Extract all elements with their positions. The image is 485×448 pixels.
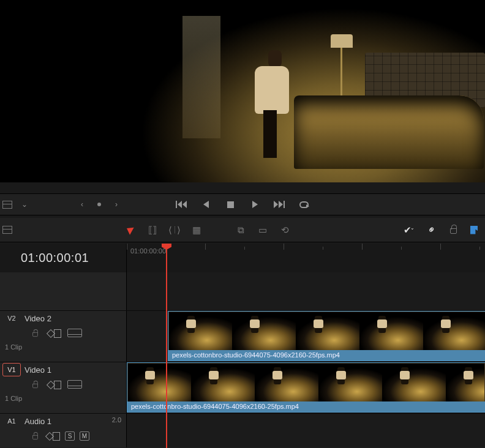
flag-marker-button[interactable] — [468, 224, 480, 236]
snapping-button[interactable]: ✔︎⌄ — [403, 225, 416, 236]
track-lane-v2[interactable]: pexels-cottonbro-studio-6944075-4096x216… — [127, 311, 485, 362]
track-dest-v2[interactable]: V2 — [2, 312, 21, 325]
transport-bar: ⌄ ‹ › — [0, 193, 485, 215]
track-a1: A1 Audio 1 2.0 S M — [0, 413, 485, 447]
solo-button-a1[interactable]: S — [65, 431, 75, 441]
insert-clip-button[interactable]: ⧉ — [234, 225, 247, 236]
track-clipcount-v1: 1 Clip — [0, 392, 126, 405]
track-name-v1[interactable]: Video 1 — [24, 365, 51, 375]
timeline-layout-icon[interactable] — [1, 224, 13, 236]
playhead[interactable] — [166, 244, 167, 448]
go-to-start-button[interactable] — [175, 198, 187, 211]
timeline-view-options-icon[interactable] — [1, 198, 13, 211]
next-page-icon[interactable]: › — [110, 198, 122, 211]
clip-v1[interactable]: pexels-cottonbro-studio-6944075-4096x216… — [127, 362, 485, 413]
track-lock-a1[interactable] — [29, 431, 40, 440]
linked-selection-button[interactable]: ⚭ — [423, 221, 441, 239]
track-dest-a1[interactable]: A1 — [2, 414, 21, 428]
overwrite-clip-button[interactable]: ▭ — [256, 225, 269, 236]
edit-toolbar: ⟦⟧ ⟨⸽⟩ ▦ ⧉ ▭ ⟲ ✔︎⌄ ⚭ — [0, 218, 485, 242]
position-lock-button[interactable] — [447, 224, 459, 236]
track-lane-a1[interactable] — [127, 414, 485, 447]
dynamic-trim-tool-button[interactable]: ⟨⸽⟩ — [168, 225, 181, 236]
play-button[interactable] — [249, 198, 261, 211]
track-auto-select-v2[interactable] — [47, 329, 61, 337]
timecode-text: 01:00:00:01 — [21, 251, 89, 265]
track-lock-v2[interactable] — [29, 329, 40, 337]
track-enable-v2[interactable] — [67, 329, 82, 337]
selection-tool-button[interactable] — [125, 224, 137, 236]
mute-button-a1[interactable]: M — [80, 431, 89, 441]
replace-clip-button[interactable]: ⟲ — [278, 225, 291, 236]
view-options-chevron-icon[interactable]: ⌄ — [18, 198, 31, 211]
ruler-start-label: 01:00:00:00 — [130, 247, 166, 255]
play-reverse-button[interactable] — [200, 198, 212, 211]
track-lock-v1[interactable] — [29, 380, 40, 389]
go-to-end-button[interactable] — [273, 198, 285, 211]
current-timecode[interactable]: 01:00:00:01 — [0, 244, 127, 272]
timecode-row: 01:00:00:01 01:00:00:00 — [0, 244, 485, 272]
stop-button[interactable] — [224, 198, 236, 211]
clip-label-v1: pexels-cottonbro-studio-6944075-4096x216… — [127, 401, 485, 412]
viewer-frame[interactable] — [110, 5, 485, 182]
track-lane-v1[interactable]: pexels-cottonbro-studio-6944075-4096x216… — [127, 362, 485, 413]
loop-button[interactable] — [298, 198, 310, 211]
track-v2: V2 Video 2 1 Clip pexels-cottonbro-studi… — [0, 310, 485, 362]
track-auto-select-a1[interactable] — [45, 431, 60, 440]
prev-page-icon[interactable]: ‹ — [76, 198, 88, 211]
track-auto-select-v1[interactable] — [47, 380, 61, 389]
blade-tool-button[interactable]: ▦ — [190, 225, 203, 236]
track-name-a1[interactable]: Audio 1 — [24, 417, 51, 426]
timeline-ruler[interactable]: 01:00:00:00 — [127, 244, 485, 272]
page-dot-icon[interactable] — [93, 198, 105, 211]
track-enable-v1[interactable] — [67, 380, 82, 389]
timeline-tracks: V2 Video 2 1 Clip pexels-cottonbro-studi… — [0, 272, 485, 448]
empty-lane[interactable] — [127, 272, 485, 310]
audio-channels-a1: 2.0 — [112, 416, 121, 424]
track-v1: V1 Video 1 1 Clip pexels-cottonbro-studi… — [0, 362, 485, 413]
clip-v2[interactable]: pexels-cottonbro-studio-6944075-4096x216… — [168, 311, 485, 361]
track-clipcount-v2: 1 Clip — [0, 340, 126, 353]
viewer-monitor — [0, 0, 485, 182]
trim-tool-button[interactable]: ⟦⟧ — [146, 225, 159, 236]
clip-label-v2: pexels-cottonbro-studio-6944075-4096x216… — [168, 350, 485, 360]
track-name-v2[interactable]: Video 2 — [24, 314, 51, 323]
track-dest-v1[interactable]: V1 — [2, 363, 21, 376]
